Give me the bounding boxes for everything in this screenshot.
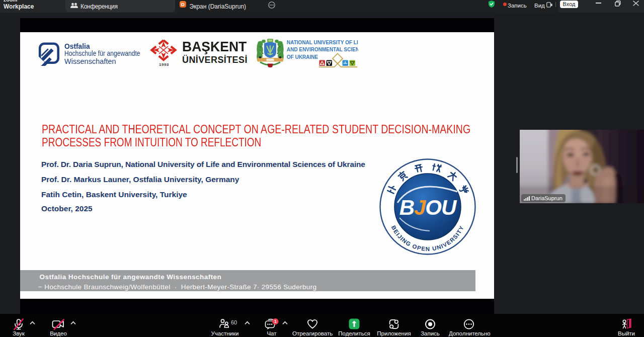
svg-text:BJOU: BJOU bbox=[399, 196, 457, 219]
svg-text:1: 1 bbox=[274, 319, 277, 324]
